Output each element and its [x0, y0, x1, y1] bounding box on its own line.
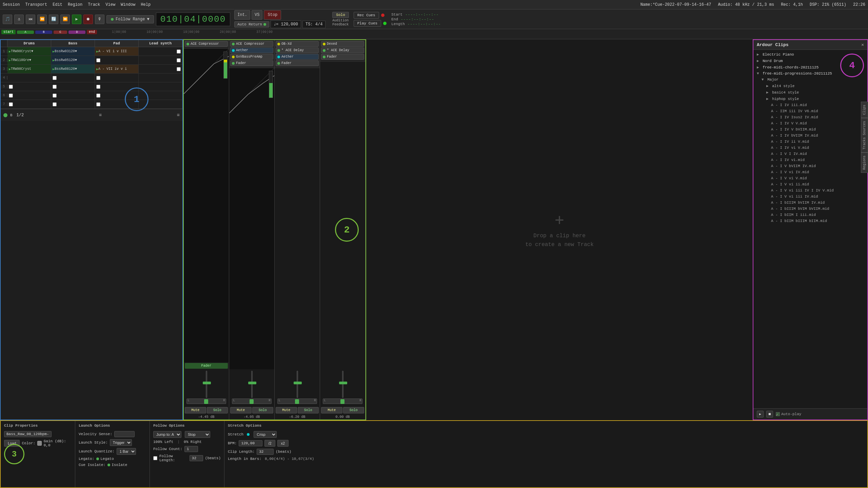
menu-window[interactable]: Window	[121, 2, 135, 7]
menu-view[interactable]: View	[105, 2, 115, 7]
clip-cell-pad-3[interactable]: ▶ A - VII iv v i	[95, 65, 139, 73]
auto-return-button[interactable]: Auto Return	[234, 21, 269, 27]
tree-item-electric-piano[interactable]: ▶ Electric Piano	[753, 51, 867, 58]
fader-wrap-lead[interactable]	[321, 371, 364, 398]
clip-cell-lead-7[interactable]	[139, 100, 182, 108]
fx-aether-pad[interactable]: Aether	[276, 54, 319, 60]
menu-region[interactable]: Region	[68, 2, 82, 7]
menu-session[interactable]: Session	[3, 2, 20, 7]
clip-cell-bass-1[interactable]: ▶ BssRw03120▼	[51, 47, 95, 56]
clip-cell-pad-4[interactable]	[95, 74, 139, 82]
fader-wrap-drums[interactable]	[184, 371, 228, 398]
side-tab-regions[interactable]: Regions	[861, 152, 868, 173]
list-item[interactable]: A - IIM iii IV V6.mid	[753, 108, 867, 114]
tree-item-hiphop[interactable]: ▶ hiphop style	[753, 96, 867, 102]
clip-cell-bass-2[interactable]: ▶ BssRw05120▼	[51, 56, 95, 64]
list-item[interactable]: A - I IV V V.mid	[753, 120, 867, 126]
tree-item-alt4[interactable]: ▶ alt4 style	[753, 83, 867, 89]
list-item[interactable]: A - I IV Isus2 IV.mid	[753, 114, 867, 120]
clip-cell-bass-5[interactable]	[51, 82, 95, 91]
list-item[interactable]: A - I bIIM I iii.mid	[753, 212, 867, 218]
fx-aether-bass[interactable]: Aether	[230, 47, 273, 53]
menu-track[interactable]: Track	[88, 2, 100, 7]
list-item[interactable]: A - I bIIM bIIIM bIIM.mid	[753, 218, 867, 224]
solo-button[interactable]: Solo	[332, 12, 349, 18]
jump-to-select[interactable]: Jump to: A Jump to: B	[153, 431, 181, 438]
clip-cell-bass-6[interactable]	[51, 91, 95, 100]
clip-cell-drums-4[interactable]	[7, 74, 51, 82]
pan-slider-drums[interactable]: L R	[186, 399, 226, 404]
fx-ace-compressor-bass[interactable]: ACE Compressor	[230, 41, 273, 47]
solo-button-lead[interactable]: Solo	[343, 407, 364, 413]
list-item[interactable]: A - I IV bVIIM IV.mid	[753, 133, 867, 139]
clip-checkbox-pad-2[interactable]	[96, 58, 100, 62]
list-item[interactable]: A - I IV V bVIIM.mid	[753, 126, 867, 133]
menu-transport[interactable]: Transport	[25, 2, 47, 7]
list-item[interactable]: A - I V bVIIM IV.mid	[753, 163, 867, 169]
play-footer-button[interactable]: ▶	[757, 411, 764, 418]
clip-cell-pad-7[interactable]	[95, 100, 139, 108]
v-fader-knob-drums[interactable]	[203, 382, 211, 384]
clip-cell-lead-5[interactable]	[139, 82, 182, 91]
list-item[interactable]: A - I V vi ii.mid	[753, 181, 867, 187]
skip-back-icon[interactable]: ⏮	[26, 15, 35, 24]
stop-footer-button[interactable]: ⏹	[766, 411, 773, 418]
follow-count-input[interactable]	[184, 446, 198, 452]
fader-label-drums[interactable]: Fader	[185, 363, 228, 369]
launch-style-select[interactable]: Trigger Gate Toggle	[110, 439, 132, 446]
stop-select[interactable]: Stop Continue	[185, 431, 210, 438]
play-cues-button[interactable]: Play Cues	[354, 20, 381, 27]
fader-wrap-pad[interactable]	[275, 371, 319, 398]
clip-checkbox-lead-3[interactable]	[177, 67, 181, 71]
pan-handle-drums[interactable]	[204, 399, 208, 404]
tree-item-nord-drum[interactable]: ▶ Nord Drum	[753, 58, 867, 64]
menu-help[interactable]: Help	[141, 2, 151, 7]
fx-ace-compressor-drums[interactable]: ACE Compressor	[185, 41, 228, 47]
list-item[interactable]: A - I V vi IV.mid	[753, 169, 867, 175]
tree-item-basic4[interactable]: ▶ basic4 style	[753, 89, 867, 96]
vs-button[interactable]: VS	[252, 10, 262, 20]
pan-handle-lead[interactable]	[340, 399, 344, 404]
list-item[interactable]: A - I V I IV.mid	[753, 151, 867, 157]
clip-cell-bass-3[interactable]: ▶ BssRw08120▼	[51, 65, 95, 73]
fx-fader-pad[interactable]: Fader	[276, 60, 319, 66]
mute-button-lead[interactable]: Mute	[321, 407, 342, 413]
fx-fader-lead[interactable]: Fader	[321, 54, 364, 60]
prev-marker-icon[interactable]: ⏪	[37, 15, 47, 24]
tree-item-major[interactable]: ▼ Major	[753, 77, 867, 83]
list-item[interactable]: A - I V vi iii IV.mid	[753, 194, 867, 200]
solo-button-bass[interactable]: Solo	[252, 407, 274, 413]
clip-filename-input[interactable]	[4, 431, 52, 437]
clip-cell-drums-7[interactable]	[7, 100, 51, 108]
fader-wrap-bass[interactable]	[230, 371, 274, 398]
list-item[interactable]: A - I bIIIM bVIIM IV.mid	[753, 200, 867, 206]
list-item[interactable]: A - I V vi iii IV I IV V.mid	[753, 187, 867, 194]
pan-slider-bass[interactable]: L R	[232, 399, 271, 404]
clip-cell-bass-7[interactable]	[51, 100, 95, 108]
clip-checkbox-lead-2[interactable]	[177, 58, 181, 62]
bpm-div-button[interactable]: /2	[264, 440, 275, 447]
autoplay-checkbox[interactable]: ✓	[776, 412, 780, 416]
solo-button-pad[interactable]: Solo	[298, 407, 319, 413]
fx-bass-preamp[interactable]: GxVBassPreAmp	[230, 54, 273, 60]
side-tab-clips[interactable]: Clips	[861, 102, 868, 118]
clip-cell-lead-2[interactable]	[139, 56, 182, 64]
list-item[interactable]: A - I IV iii.mid	[753, 102, 867, 108]
mute-button-pad[interactable]: Mute	[276, 407, 297, 413]
anchor-icon[interactable]: ⚓	[14, 15, 24, 24]
clip-cell-lead-3[interactable]	[139, 65, 182, 73]
clip-cell-lead-1[interactable]	[139, 47, 182, 56]
crisp-select[interactable]: Crisp Smooth	[254, 431, 277, 438]
int-button[interactable]: Int.	[234, 10, 250, 20]
pan-slider-lead[interactable]: L R	[323, 399, 362, 404]
launch-quantize-select[interactable]: 1 Bar 1/2 1/4	[117, 448, 136, 455]
tree-item-midi-progressions[interactable]: ▼ free-midi-progressions-20211125	[753, 70, 867, 77]
load-button[interactable]: Load	[4, 440, 20, 447]
clip-cell-drums-2[interactable]: ▶ TRW110Gre▼	[7, 56, 51, 64]
stop-button[interactable]: Stop	[264, 10, 281, 20]
drop-zone[interactable]: + Drop a clip here to create a new Track	[366, 39, 753, 420]
bpm-mult-button[interactable]: x2	[277, 440, 289, 447]
tree-item-midi-chords[interactable]: ▶ free-midi-chords-20211125	[753, 64, 867, 70]
clip-cell-pad-5[interactable]	[95, 82, 139, 91]
list-item[interactable]: A - I IV vi.mid	[753, 157, 867, 163]
